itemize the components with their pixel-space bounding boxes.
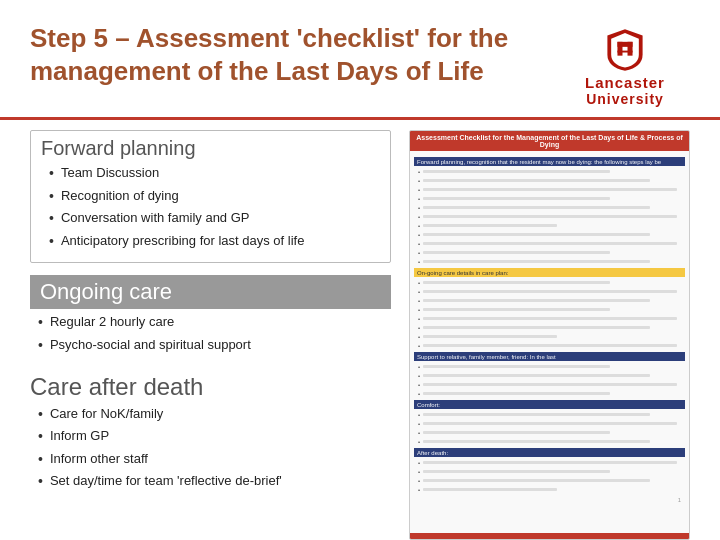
care-after-death-list: Care for NoK/family Inform GP Inform oth…: [30, 405, 391, 492]
svg-rect-2: [617, 42, 632, 47]
title-line-1: Step 5 – Assessment 'checklist' for the: [30, 23, 508, 53]
header: Step 5 – Assessment 'checklist' for the …: [0, 0, 720, 117]
document-header: Assessment Checklist for the Management …: [410, 131, 689, 151]
doc-bullet: [414, 390, 685, 397]
title-block: Step 5 – Assessment 'checklist' for the …: [30, 22, 560, 87]
document-body: Forward planning, recognition that the r…: [410, 151, 689, 533]
logo-text-lancaster: Lancaster: [585, 74, 665, 91]
document-thumbnail: Assessment Checklist for the Management …: [409, 130, 690, 540]
logo-block: Lancaster University: [560, 22, 690, 107]
list-item: Care for NoK/family: [38, 405, 391, 425]
list-item: Conversation with family and GP: [49, 209, 380, 229]
care-after-death-title: Care after death: [30, 373, 391, 401]
doc-bullet: [414, 306, 685, 313]
doc-bullet: [414, 372, 685, 379]
doc-bullet: [414, 258, 685, 265]
list-item: Anticipatory prescribing for last days o…: [49, 232, 380, 252]
doc-bullet: [414, 279, 685, 286]
doc-bullet: [414, 438, 685, 445]
list-item: Recognition of dying: [49, 187, 380, 207]
doc-bullet: [414, 213, 685, 220]
logo-text-university: University: [585, 91, 665, 107]
forward-planning-title: Forward planning: [41, 137, 380, 160]
doc-bullet: [414, 429, 685, 436]
list-item: Set day/time for team 'reflective de-bri…: [38, 472, 391, 492]
doc-bullet: [414, 177, 685, 184]
svg-rect-3: [617, 51, 632, 53]
doc-section-4: Comfort:: [414, 400, 685, 409]
doc-bullet: [414, 222, 685, 229]
doc-bullet: [414, 186, 685, 193]
doc-bullet: [414, 297, 685, 304]
ongoing-care-title: Ongoing care: [30, 275, 391, 309]
page-title: Step 5 – Assessment 'checklist' for the …: [30, 22, 560, 87]
care-after-death-section: Care after death Care for NoK/family Inf…: [30, 367, 391, 495]
left-panel: Forward planning Team Discussion Recogni…: [30, 130, 391, 540]
doc-section-5: After death:: [414, 448, 685, 457]
university-logo-icon: [606, 28, 644, 72]
doc-section-1: Forward planning, recognition that the r…: [414, 157, 685, 166]
list-item: Inform GP: [38, 427, 391, 447]
doc-bullet: [414, 333, 685, 340]
forward-planning-section: Forward planning Team Discussion Recogni…: [30, 130, 391, 263]
doc-bullet: [414, 486, 685, 493]
ongoing-care-section: Ongoing care Regular 2 hourly care Psych…: [30, 267, 391, 358]
doc-bullet: [414, 363, 685, 370]
doc-bullet: [414, 468, 685, 475]
doc-bullet: [414, 315, 685, 322]
ongoing-care-list: Regular 2 hourly care Psycho-social and …: [30, 313, 391, 355]
doc-bullet: [414, 324, 685, 331]
doc-section-3: Support to relative, family member, frie…: [414, 352, 685, 361]
document-bottom-bar: [410, 533, 689, 539]
forward-planning-list: Team Discussion Recognition of dying Con…: [41, 164, 380, 251]
doc-bullet: [414, 411, 685, 418]
doc-bullet: [414, 249, 685, 256]
doc-bullet: [414, 342, 685, 349]
slide: Step 5 – Assessment 'checklist' for the …: [0, 0, 720, 540]
list-item: Psycho-social and spiritual support: [38, 336, 391, 356]
doc-bullet: [414, 477, 685, 484]
doc-bullet: [414, 240, 685, 247]
document-page-number: 1: [414, 495, 685, 505]
doc-bullet: [414, 420, 685, 427]
doc-bullet: [414, 381, 685, 388]
title-line-2: management of the Last Days of Life: [30, 56, 484, 86]
list-item: Regular 2 hourly care: [38, 313, 391, 333]
main-content: Forward planning Team Discussion Recogni…: [0, 120, 720, 540]
doc-bullet: [414, 204, 685, 211]
list-item: Inform other staff: [38, 450, 391, 470]
doc-bullet: [414, 195, 685, 202]
doc-section-2: On-going care details in care plan:: [414, 268, 685, 277]
doc-bullet: [414, 168, 685, 175]
list-item: Team Discussion: [49, 164, 380, 184]
doc-bullet: [414, 231, 685, 238]
doc-bullet: [414, 288, 685, 295]
doc-bullet: [414, 459, 685, 466]
